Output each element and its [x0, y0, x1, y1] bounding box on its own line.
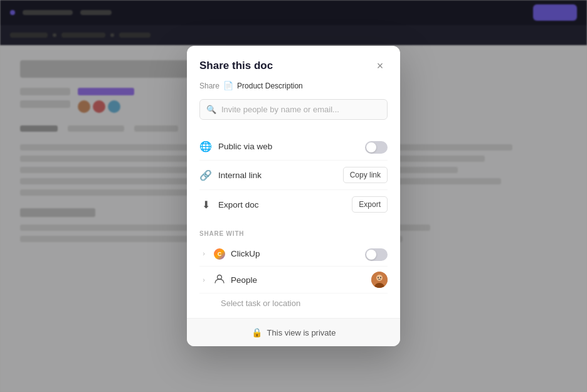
- lock-icon: 🔒: [251, 327, 262, 337]
- people-row: › People: [199, 267, 388, 294]
- copy-link-button[interactable]: Copy link: [343, 167, 388, 183]
- people-name: People: [231, 275, 366, 285]
- doc-name: Product Description: [237, 82, 303, 90]
- select-task-location[interactable]: Select task or location: [199, 294, 388, 315]
- clickup-name: ClickUp: [231, 249, 360, 258]
- people-chevron-icon[interactable]: ›: [199, 276, 208, 283]
- export-button[interactable]: Export: [352, 196, 388, 213]
- public-via-web-row: 🌐 Public via web: [199, 132, 388, 161]
- download-icon: ⬇: [199, 199, 212, 211]
- close-button[interactable]: ×: [373, 58, 388, 73]
- footer-private-text: This view is private: [267, 328, 336, 337]
- public-via-web-label: Public via web: [218, 142, 359, 151]
- clickup-logo: C: [213, 247, 226, 260]
- person-avatar: [371, 272, 388, 288]
- invite-search-input[interactable]: [221, 105, 381, 114]
- globe-icon: 🌐: [199, 140, 212, 152]
- internal-link-label: Internal link: [218, 171, 337, 180]
- people-icon: [213, 273, 226, 287]
- modal-overlay[interactable]: Share this doc × Share 📄 Product Descrip…: [0, 0, 587, 392]
- doc-icon: 📄: [223, 81, 233, 90]
- export-doc-row: ⬇ Export doc Export: [199, 190, 388, 219]
- share-options: 🌐 Public via web 🔗 Internal link Copy li…: [187, 130, 400, 221]
- export-doc-label: Export doc: [218, 200, 346, 209]
- share-modal: Share this doc × Share 📄 Product Descrip…: [187, 46, 400, 346]
- modal-subtitle: Share 📄 Product Description: [187, 81, 400, 99]
- select-location-label: Select task or location: [221, 299, 300, 308]
- internal-link-row: 🔗 Internal link Copy link: [199, 161, 388, 190]
- search-container: 🔍: [187, 99, 400, 130]
- public-via-web-toggle[interactable]: [365, 141, 388, 154]
- share-with-label: SHARE WITH: [199, 230, 388, 237]
- modal-header: Share this doc ×: [187, 46, 400, 81]
- modal-title: Share this doc: [199, 60, 273, 72]
- search-icon: 🔍: [206, 105, 216, 114]
- svg-point-2: [376, 275, 383, 281]
- svg-point-5: [380, 277, 381, 278]
- modal-footer: 🔒 This view is private: [187, 318, 400, 346]
- subtitle-share-text: Share: [199, 82, 219, 90]
- share-with-section: SHARE WITH › C ClickUp ›: [187, 221, 400, 318]
- clickup-toggle[interactable]: [365, 248, 388, 261]
- clickup-row: › C ClickUp: [199, 241, 388, 267]
- clickup-chevron-icon[interactable]: ›: [199, 250, 208, 257]
- search-input-wrap[interactable]: 🔍: [199, 99, 388, 120]
- link-icon: 🔗: [199, 169, 212, 181]
- svg-point-4: [378, 277, 379, 278]
